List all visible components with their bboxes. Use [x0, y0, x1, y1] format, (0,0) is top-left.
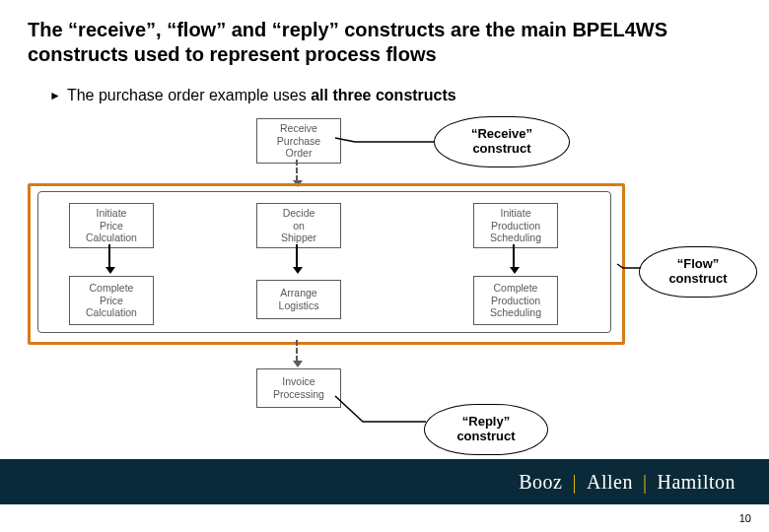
arrow-dashed-icon: [296, 340, 298, 362]
callout-reply-pointer-icon: [335, 392, 428, 428]
bullet-bold: all three constructs: [311, 87, 456, 103]
box-decide-shipper: DecideonShipper: [256, 203, 341, 248]
arrow-icon: [108, 244, 110, 268]
arrow-icon: [296, 244, 298, 268]
callout-flow-pointer-icon: [617, 260, 645, 276]
callout-receive: “Receive”construct: [434, 116, 570, 167]
arrow-dashed-icon: [296, 160, 298, 181]
box-invoice-processing: InvoiceProcessing: [256, 368, 341, 408]
page-number: 10: [739, 512, 751, 524]
logo-sep-icon: |: [643, 471, 648, 494]
logo-hamilton: Hamilton: [657, 471, 735, 494]
footer-logo: Booz | Allen | Hamilton: [519, 471, 735, 494]
slide: The “receive”, “flow” and “reply” constr…: [0, 0, 769, 532]
bullet-line: ► The purchase order example uses all th…: [49, 87, 456, 104]
bullet-prefix: The purchase order example uses: [67, 87, 311, 103]
bullet-text: The purchase order example uses all thre…: [67, 87, 456, 104]
box-receive-purchase-order: ReceivePurchaseOrder: [256, 118, 341, 164]
slide-title: The “receive”, “flow” and “reply” constr…: [28, 18, 737, 67]
bullet-marker-icon: ►: [49, 89, 61, 102]
logo-sep-icon: |: [572, 471, 577, 494]
callout-receive-pointer-icon: [335, 134, 434, 154]
callout-reply: “Reply”construct: [424, 404, 548, 455]
box-complete-price: CompletePriceCalculation: [69, 276, 154, 325]
logo-allen: Allen: [587, 471, 633, 494]
logo-booz: Booz: [519, 471, 562, 494]
box-arrange-logistics: ArrangeLogistics: [256, 280, 341, 319]
box-complete-production: CompleteProductionScheduling: [473, 276, 558, 325]
box-initiate-production: InitiateProductionScheduling: [473, 203, 558, 248]
footer-bar: Booz | Allen | Hamilton: [0, 459, 769, 504]
callout-flow: “Flow”construct: [639, 246, 757, 298]
box-initiate-price: InitiatePriceCalculation: [69, 203, 154, 248]
arrow-icon: [513, 244, 515, 268]
